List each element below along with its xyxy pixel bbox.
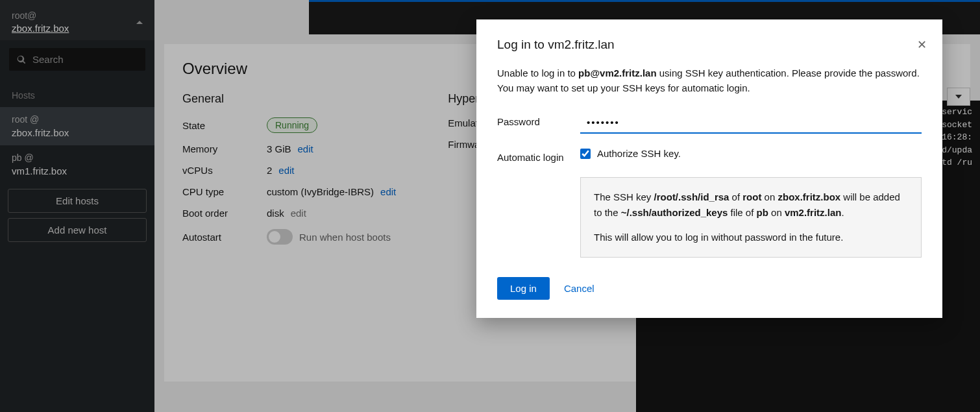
ssh-key-info-box: The SSH key /root/.ssh/id_rsa of root on… bbox=[580, 177, 922, 258]
login-modal: Log in to vm2.fritz.lan ✕ Unable to log … bbox=[476, 19, 942, 318]
password-input[interactable] bbox=[580, 112, 922, 134]
cancel-button[interactable]: Cancel bbox=[564, 283, 594, 294]
authorize-checkbox[interactable] bbox=[580, 149, 591, 159]
close-icon[interactable]: ✕ bbox=[917, 38, 927, 52]
modal-title: Log in to vm2.fritz.lan bbox=[497, 38, 922, 52]
login-button[interactable]: Log in bbox=[497, 277, 550, 300]
authorize-checkbox-label[interactable]: Authorize SSH key. bbox=[580, 148, 922, 159]
modal-description: Unable to log in to pb@vm2.fritz.lan usi… bbox=[497, 66, 922, 95]
autologin-label: Automatic login bbox=[497, 148, 580, 163]
password-label: Password bbox=[497, 112, 580, 127]
